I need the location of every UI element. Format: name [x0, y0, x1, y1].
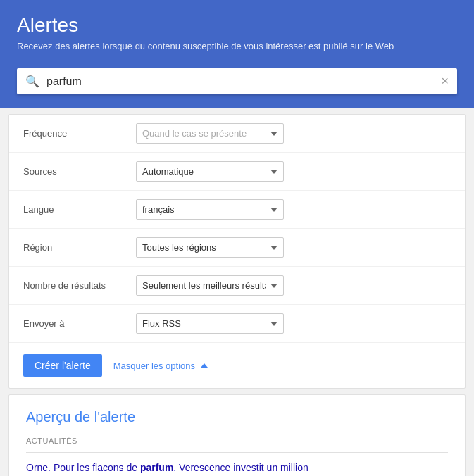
search-clear-button[interactable]: ×	[441, 74, 449, 89]
option-label-region: Région	[23, 242, 136, 253]
option-select-nombre[interactable]: Seulement les meilleurs résultats Tous l…	[136, 275, 284, 296]
search-input[interactable]	[46, 75, 441, 88]
hide-options-label: Masquer les options	[113, 361, 195, 371]
preview-title-suffix: , Verescence investit un million	[173, 462, 308, 473]
preview-title-keyword: parfum	[140, 462, 173, 473]
action-row: Créer l'alerte Masquer les options	[9, 343, 465, 388]
option-select-frequence[interactable]: Quand le cas se présente Au plus une foi…	[136, 123, 284, 144]
page-title: Alertes	[17, 14, 457, 37]
option-select-sources[interactable]: Automatique Actualités Blogs Web Vidéo L…	[136, 161, 284, 182]
preview-title-prefix: Orne. Pour les flacons de	[26, 462, 140, 473]
preview-divider	[26, 452, 448, 453]
option-select-langue[interactable]: français anglais allemand espagnol	[136, 199, 284, 220]
search-bar: 🔍 ×	[17, 68, 457, 94]
option-row-region: Région Toutes les régions France Belgiqu…	[9, 229, 465, 267]
preview-card: Aperçu de l'alerte ACTUALITÉS Orne. Pour…	[8, 394, 466, 476]
page-header: Alertes Recevez des alertes lorsque du c…	[0, 0, 474, 68]
option-label-frequence: Fréquence	[23, 128, 136, 139]
option-select-region[interactable]: Toutes les régions France Belgique Suiss…	[136, 237, 284, 258]
option-select-envoyer[interactable]: Flux RSS Mon adresse e-mail	[136, 313, 284, 334]
preview-item-link[interactable]: Orne. Pour les flacons de parfum, Veresc…	[26, 462, 308, 473]
preview-section-label: ACTUALITÉS	[26, 437, 448, 445]
option-row-langue: Langue français anglais allemand espagno…	[9, 191, 465, 229]
options-card: Fréquence Quand le cas se présente Au pl…	[8, 114, 466, 389]
page-subtitle: Recevez des alertes lorsque du contenu s…	[17, 41, 457, 51]
option-row-sources: Sources Automatique Actualités Blogs Web…	[9, 153, 465, 191]
search-bar-wrapper: 🔍 ×	[0, 68, 474, 108]
option-label-nombre: Nombre de résultats	[23, 280, 136, 291]
preview-item-title[interactable]: Orne. Pour les flacons de parfum, Veresc…	[26, 461, 448, 475]
option-label-langue: Langue	[23, 204, 136, 215]
option-row-nombre: Nombre de résultats Seulement les meille…	[9, 267, 465, 305]
option-label-sources: Sources	[23, 166, 136, 177]
create-alert-button[interactable]: Créer l'alerte	[23, 354, 102, 377]
preview-title: Aperçu de l'alerte	[26, 409, 448, 425]
chevron-up-icon	[201, 363, 208, 368]
option-row-envoyer: Envoyer à Flux RSS Mon adresse e-mail	[9, 305, 465, 343]
option-row-frequence: Fréquence Quand le cas se présente Au pl…	[9, 115, 465, 153]
search-icon: 🔍	[25, 75, 39, 88]
hide-options-button[interactable]: Masquer les options	[113, 361, 208, 371]
option-label-envoyer: Envoyer à	[23, 318, 136, 329]
